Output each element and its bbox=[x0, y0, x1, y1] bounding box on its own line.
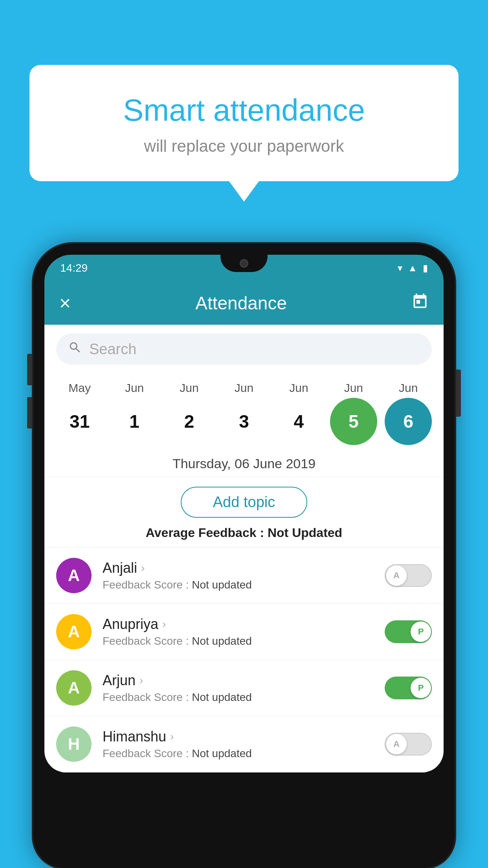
close-button[interactable]: × bbox=[59, 292, 71, 314]
month-0: May bbox=[56, 381, 103, 395]
toggle-knob-arjun: P bbox=[411, 678, 431, 698]
speech-bubble-subtitle: will replace your paperwork bbox=[61, 137, 427, 156]
calendar-day-2[interactable]: 2 bbox=[166, 398, 213, 445]
calendar-day-6[interactable]: 6 bbox=[385, 398, 432, 445]
calendar-day-0[interactable]: 31 bbox=[56, 398, 103, 445]
phone-notch bbox=[220, 255, 268, 272]
chevron-right-icon: › bbox=[162, 618, 166, 631]
avg-feedback-value: Not Updated bbox=[268, 526, 342, 540]
student-item-anjali: A Anjali › Feedback Score : Not updated … bbox=[44, 548, 444, 604]
volume-button-1 bbox=[27, 354, 32, 385]
month-4: Jun bbox=[275, 381, 322, 395]
status-time: 14:29 bbox=[60, 262, 88, 274]
student-list: A Anjali › Feedback Score : Not updated … bbox=[44, 548, 444, 772]
calendar-day-5[interactable]: 5 bbox=[330, 398, 377, 445]
calendar-day-1[interactable]: 1 bbox=[111, 398, 158, 445]
add-topic-button[interactable]: Add topic bbox=[181, 487, 307, 518]
speech-bubble: Smart attendance will replace your paper… bbox=[29, 65, 459, 181]
phone-screen-content: Search May Jun Jun Jun Jun Jun Jun 31 1 … bbox=[44, 325, 444, 772]
avatar-himanshu: H bbox=[56, 726, 92, 762]
app-bar: × Attendance bbox=[44, 281, 444, 325]
student-score-anjali: Feedback Score : Not updated bbox=[103, 579, 374, 591]
avatar-anjali: A bbox=[56, 558, 92, 593]
phone-inner: 14:29 ▾ ▲ ▮ × Attendance bbox=[44, 255, 444, 857]
calendar-dates: 31 1 2 3 4 5 6 bbox=[52, 398, 436, 445]
month-5: Jun bbox=[330, 381, 377, 395]
student-name-anjali: Anjali › bbox=[103, 560, 374, 576]
student-name-arjun: Arjun › bbox=[103, 672, 374, 689]
toggle-knob-anjali: A bbox=[386, 565, 407, 586]
phone-frame: 14:29 ▾ ▲ ▮ × Attendance bbox=[33, 244, 455, 868]
student-item-arjun: A Arjun › Feedback Score : Not updated P bbox=[44, 660, 444, 716]
student-score-arjun: Feedback Score : Not updated bbox=[103, 691, 374, 704]
app-bar-title: Attendance bbox=[195, 292, 287, 314]
student-item-anupriya: A Anupriya › Feedback Score : Not update… bbox=[44, 604, 444, 660]
calendar-day-3[interactable]: 3 bbox=[220, 398, 268, 445]
toggle-anupriya[interactable]: P bbox=[385, 620, 432, 643]
month-6: Jun bbox=[385, 381, 432, 395]
calendar-months: May Jun Jun Jun Jun Jun Jun bbox=[52, 381, 436, 395]
chevron-right-icon: › bbox=[141, 562, 145, 574]
power-button bbox=[456, 370, 461, 417]
avg-feedback-label: Average Feedback : bbox=[146, 526, 268, 540]
wifi-icon: ▾ bbox=[398, 263, 402, 274]
student-item-himanshu: H Himanshu › Feedback Score : Not update… bbox=[44, 716, 444, 772]
student-info-himanshu[interactable]: Himanshu › Feedback Score : Not updated bbox=[103, 728, 374, 760]
phone-camera bbox=[240, 259, 248, 268]
signal-icon: ▲ bbox=[408, 263, 417, 274]
calendar-icon[interactable] bbox=[411, 293, 429, 314]
month-3: Jun bbox=[220, 381, 268, 395]
status-icons: ▾ ▲ ▮ bbox=[398, 263, 428, 274]
speech-bubble-title: Smart attendance bbox=[61, 92, 427, 128]
toggle-knob-anupriya: P bbox=[411, 622, 431, 642]
avatar-anupriya: A bbox=[56, 614, 92, 649]
avatar-arjun: A bbox=[56, 670, 92, 706]
search-bar-wrapper: Search bbox=[44, 325, 444, 373]
toggle-himanshu[interactable]: A bbox=[385, 733, 432, 756]
speech-bubble-arrow bbox=[229, 181, 259, 202]
chevron-right-icon: › bbox=[170, 730, 174, 743]
avg-feedback: Average Feedback : Not Updated bbox=[44, 526, 444, 548]
student-score-anupriya: Feedback Score : Not updated bbox=[103, 635, 374, 647]
student-info-arjun[interactable]: Arjun › Feedback Score : Not updated bbox=[103, 672, 374, 704]
search-placeholder: Search bbox=[89, 341, 136, 358]
chevron-right-icon: › bbox=[139, 674, 143, 687]
student-name-anupriya: Anupriya › bbox=[103, 616, 374, 633]
toggle-anjali[interactable]: A bbox=[385, 564, 432, 587]
student-score-himanshu: Feedback Score : Not updated bbox=[103, 747, 374, 760]
month-2: Jun bbox=[166, 381, 213, 395]
add-topic-wrapper: Add topic bbox=[44, 477, 444, 526]
calendar-day-4[interactable]: 4 bbox=[275, 398, 322, 445]
toggle-arjun[interactable]: P bbox=[385, 677, 432, 699]
volume-button-2 bbox=[27, 397, 32, 428]
student-name-himanshu: Himanshu › bbox=[103, 728, 374, 745]
battery-icon: ▮ bbox=[423, 263, 428, 274]
search-bar[interactable]: Search bbox=[56, 333, 432, 365]
search-icon bbox=[68, 340, 82, 358]
date-label: Thursday, 06 June 2019 bbox=[44, 449, 444, 477]
status-bar: 14:29 ▾ ▲ ▮ bbox=[44, 255, 444, 281]
toggle-knob-himanshu: A bbox=[386, 734, 407, 754]
student-info-anupriya[interactable]: Anupriya › Feedback Score : Not updated bbox=[103, 616, 374, 647]
speech-bubble-wrapper: Smart attendance will replace your paper… bbox=[29, 65, 459, 202]
calendar-strip: May Jun Jun Jun Jun Jun Jun 31 1 2 3 4 5… bbox=[44, 373, 444, 449]
student-info-anjali[interactable]: Anjali › Feedback Score : Not updated bbox=[103, 560, 374, 591]
month-1: Jun bbox=[111, 381, 158, 395]
